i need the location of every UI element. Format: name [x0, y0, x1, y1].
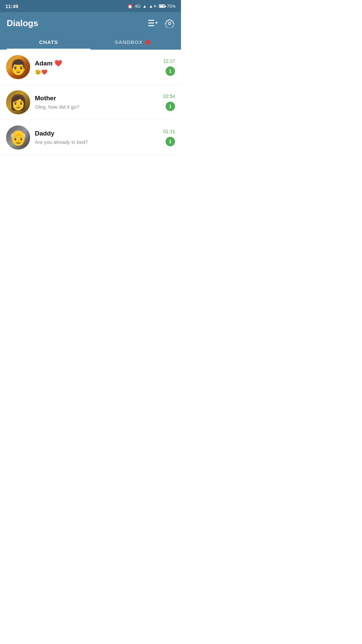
signal-icon: ▲: [142, 4, 147, 9]
unread-badge-adam: 1: [166, 66, 175, 76]
unread-badge-daddy: 1: [166, 137, 175, 146]
page-title: Dialogs: [7, 18, 38, 29]
chat-time-adam: 12:17: [163, 58, 175, 64]
chat-name-adam: Adam ❤️: [35, 59, 62, 67]
chat-content-daddy: Daddy Are you already in bed?: [35, 130, 159, 145]
svg-rect-2: [148, 25, 154, 26]
tabs-container: CHATS SANDBOX: [7, 35, 174, 50]
avatar-mother: [6, 90, 30, 114]
app-header: Dialogs CHATS: [0, 12, 181, 50]
tab-sandbox-label: SANDBOX: [115, 39, 142, 45]
chat-meta-adam: 12:17 1: [163, 58, 175, 76]
chat-preview-adam: 😉❤️: [35, 69, 48, 75]
add-list-icon[interactable]: [148, 20, 158, 27]
chat-meta-mother: 02:54 1: [163, 94, 175, 111]
signal-x-icon: ▲✕: [149, 4, 157, 9]
header-top: Dialogs: [7, 18, 174, 35]
chat-time-mother: 02:54: [163, 94, 175, 99]
chat-name-row-adam: Adam ❤️: [35, 59, 159, 67]
avatar-daddy: [6, 125, 30, 150]
battery-icon: [159, 4, 165, 8]
chat-meta-daddy: 01:31 1: [163, 129, 175, 146]
network-label: 4G: [135, 4, 140, 9]
unread-badge-mother: 1: [166, 102, 175, 111]
chat-name-row-daddy: Daddy: [35, 130, 159, 137]
chat-content-adam: Adam ❤️ 😉❤️: [35, 59, 159, 75]
tab-chats[interactable]: CHATS: [7, 35, 90, 50]
chat-time-daddy: 01:31: [163, 129, 175, 134]
tab-chats-label: CHATS: [39, 39, 58, 45]
chat-list: Adam ❤️ 😉❤️ 12:17 1 Mother Oleg, how did…: [0, 50, 181, 155]
battery-percent: 75%: [167, 4, 176, 9]
chat-name-mother: Mother: [35, 95, 56, 102]
header-actions: [148, 19, 174, 28]
chat-item-adam[interactable]: Adam ❤️ 😉❤️ 12:17 1: [0, 50, 181, 85]
alarm-icon: ⏰: [127, 4, 133, 9]
chat-content-mother: Mother Oleg, how did it go?: [35, 95, 159, 110]
chat-item-daddy[interactable]: Daddy Are you already in bed? 01:31 1: [0, 120, 181, 155]
svg-rect-4: [156, 21, 157, 24]
settings-icon[interactable]: [165, 19, 174, 28]
svg-rect-0: [148, 20, 154, 21]
avatar-adam: [6, 55, 30, 79]
svg-rect-1: [148, 22, 154, 23]
status-bar: 11:49 ⏰ 4G ▲ ▲✕ 75%: [0, 0, 181, 12]
tab-sandbox[interactable]: SANDBOX: [90, 35, 174, 50]
chat-name-row-mother: Mother: [35, 95, 159, 102]
chat-preview-daddy: Are you already in bed?: [35, 139, 88, 145]
chat-name-daddy: Daddy: [35, 130, 54, 137]
sandbox-notification-dot: [145, 40, 150, 45]
status-icons: ⏰ 4G ▲ ▲✕ 75%: [127, 4, 176, 9]
status-time: 11:49: [5, 3, 18, 9]
chat-preview-mother: Oleg, how did it go?: [35, 104, 79, 110]
chat-item-mother[interactable]: Mother Oleg, how did it go? 02:54 1: [0, 85, 181, 120]
